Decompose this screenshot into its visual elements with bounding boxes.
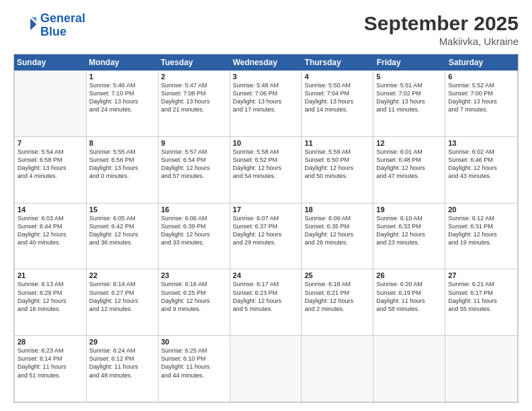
day-number: 4 bbox=[304, 73, 370, 81]
cell-line: Sunrise: 5:54 AM bbox=[17, 148, 83, 156]
day-number: 24 bbox=[233, 271, 299, 279]
cell-line: and 33 minutes. bbox=[161, 238, 227, 246]
cell-line: Sunrise: 6:06 AM bbox=[161, 214, 227, 222]
header-day-saturday: Saturday bbox=[446, 54, 518, 71]
day-cell-2: 2Sunrise: 5:47 AMSunset: 7:08 PMDaylight… bbox=[159, 71, 230, 136]
cell-line: Sunset: 6:21 PM bbox=[304, 289, 370, 297]
cell-line: Sunrise: 5:46 AM bbox=[89, 81, 155, 89]
cell-line: Sunset: 6:33 PM bbox=[376, 222, 442, 230]
cell-line: Daylight: 12 hours bbox=[161, 164, 227, 172]
cell-line: and 21 minutes. bbox=[161, 105, 227, 113]
day-number: 9 bbox=[161, 139, 227, 147]
empty-cell bbox=[373, 336, 445, 402]
cell-line: and 58 minutes. bbox=[376, 305, 442, 313]
day-cell-16: 16Sunrise: 6:06 AMSunset: 6:39 PMDayligh… bbox=[159, 203, 230, 269]
cell-line: Sunset: 6:39 PM bbox=[161, 222, 227, 230]
day-number: 1 bbox=[89, 73, 155, 81]
day-number: 23 bbox=[161, 271, 227, 279]
cell-line: Sunset: 6:19 PM bbox=[376, 289, 442, 297]
day-cell-17: 17Sunrise: 6:07 AMSunset: 6:37 PMDayligh… bbox=[230, 203, 302, 269]
calendar-row-4: 28Sunrise: 6:23 AMSunset: 6:14 PMDayligh… bbox=[15, 336, 517, 402]
logo-text: General Blue bbox=[40, 12, 85, 39]
cell-line: Sunrise: 6:10 AM bbox=[376, 214, 442, 222]
cell-line: Sunrise: 6:23 AM bbox=[17, 347, 83, 355]
cell-line: and 12 minutes. bbox=[89, 305, 155, 313]
day-number: 18 bbox=[304, 205, 370, 214]
day-number: 17 bbox=[233, 205, 299, 214]
cell-line: and 36 minutes. bbox=[89, 238, 155, 246]
cell-line: Sunset: 7:10 PM bbox=[89, 89, 155, 97]
cell-line: and 26 minutes. bbox=[304, 238, 370, 246]
cell-line: and 55 minutes. bbox=[448, 305, 515, 313]
cell-line: Sunrise: 5:55 AM bbox=[89, 148, 155, 156]
cell-line: and 7 minutes. bbox=[448, 105, 515, 113]
page: General Blue September 2025 Makiivka, Uk… bbox=[0, 0, 532, 411]
cell-line: Daylight: 12 hours bbox=[304, 230, 370, 238]
day-cell-12: 12Sunrise: 6:01 AMSunset: 6:48 PMDayligh… bbox=[373, 137, 445, 203]
cell-line: and 23 minutes. bbox=[376, 238, 442, 246]
cell-line: Daylight: 12 hours bbox=[17, 297, 83, 305]
cell-line: Daylight: 13 hours bbox=[233, 97, 299, 105]
calendar-row-2: 14Sunrise: 6:03 AMSunset: 6:44 PMDayligh… bbox=[15, 203, 517, 270]
cell-line: Sunrise: 5:51 AM bbox=[376, 81, 442, 89]
cell-line: Daylight: 12 hours bbox=[161, 297, 227, 305]
cell-line: Sunrise: 6:16 AM bbox=[161, 280, 227, 288]
cell-line: Daylight: 12 hours bbox=[376, 164, 442, 172]
cell-line: Sunset: 7:00 PM bbox=[448, 89, 515, 97]
cell-line: and 2 minutes. bbox=[304, 305, 370, 313]
empty-cell bbox=[302, 336, 373, 402]
cell-line: Sunset: 6:35 PM bbox=[304, 222, 370, 230]
cell-line: Sunset: 6:12 PM bbox=[89, 355, 155, 363]
cell-line: Sunrise: 6:17 AM bbox=[233, 280, 299, 288]
month-title: September 2025 bbox=[364, 12, 519, 34]
calendar-row-0: 1Sunrise: 5:46 AMSunset: 7:10 PMDaylight… bbox=[15, 71, 517, 137]
cell-line: Sunrise: 6:13 AM bbox=[17, 280, 83, 288]
cell-line: Daylight: 11 hours bbox=[161, 363, 227, 371]
cell-line: Sunrise: 6:20 AM bbox=[376, 280, 442, 288]
day-number: 14 bbox=[17, 205, 83, 214]
cell-line: Daylight: 13 hours bbox=[17, 164, 83, 172]
cell-line: and 51 minutes. bbox=[17, 371, 83, 379]
header-day-friday: Friday bbox=[374, 54, 446, 71]
cell-line: Daylight: 12 hours bbox=[233, 164, 299, 172]
day-number: 21 bbox=[17, 271, 83, 279]
empty-cell bbox=[15, 71, 87, 136]
cell-line: and 9 minutes. bbox=[161, 305, 227, 313]
day-cell-1: 1Sunrise: 5:46 AMSunset: 7:10 PMDaylight… bbox=[87, 71, 159, 136]
day-number: 12 bbox=[376, 139, 442, 147]
cell-line: Daylight: 13 hours bbox=[448, 97, 515, 105]
cell-line: Daylight: 12 hours bbox=[304, 164, 370, 172]
cell-line: Daylight: 12 hours bbox=[233, 230, 299, 238]
day-cell-15: 15Sunrise: 6:05 AMSunset: 6:42 PMDayligh… bbox=[87, 203, 159, 269]
cell-line: Daylight: 12 hours bbox=[448, 164, 515, 172]
day-number: 28 bbox=[17, 338, 83, 346]
cell-line: Sunset: 6:46 PM bbox=[448, 156, 515, 164]
calendar-body: 1Sunrise: 5:46 AMSunset: 7:10 PMDaylight… bbox=[14, 71, 518, 402]
empty-cell bbox=[230, 336, 302, 402]
cell-line: Sunrise: 6:14 AM bbox=[89, 280, 155, 288]
cell-line: Sunrise: 6:07 AM bbox=[233, 214, 299, 222]
title-block: September 2025 Makiivka, Ukraine bbox=[364, 12, 519, 47]
day-cell-4: 4Sunrise: 5:50 AMSunset: 7:04 PMDaylight… bbox=[302, 71, 373, 136]
cell-line: Sunset: 6:17 PM bbox=[448, 289, 515, 297]
day-number: 16 bbox=[161, 205, 227, 214]
cell-line: and 50 minutes. bbox=[304, 172, 370, 180]
cell-line: Sunset: 7:08 PM bbox=[161, 89, 227, 97]
cell-line: and 57 minutes. bbox=[161, 172, 227, 180]
cell-line: Sunset: 6:56 PM bbox=[89, 156, 155, 164]
day-number: 26 bbox=[376, 271, 442, 279]
cell-line: Daylight: 12 hours bbox=[89, 297, 155, 305]
cell-line: and 11 minutes. bbox=[376, 105, 442, 113]
calendar-header: SundayMondayTuesdayWednesdayThursdayFrid… bbox=[14, 54, 518, 71]
cell-line: Sunset: 6:27 PM bbox=[89, 289, 155, 297]
cell-line: Daylight: 13 hours bbox=[89, 97, 155, 105]
day-cell-29: 29Sunrise: 6:24 AMSunset: 6:12 PMDayligh… bbox=[87, 336, 159, 402]
day-cell-30: 30Sunrise: 6:25 AMSunset: 6:10 PMDayligh… bbox=[159, 336, 230, 402]
cell-line: Daylight: 12 hours bbox=[448, 230, 515, 238]
day-number: 25 bbox=[304, 271, 370, 279]
cell-line: Sunset: 6:54 PM bbox=[161, 156, 227, 164]
header-day-tuesday: Tuesday bbox=[158, 54, 230, 71]
cell-line: Daylight: 12 hours bbox=[233, 297, 299, 305]
cell-line: and 24 minutes. bbox=[89, 105, 155, 113]
day-number: 5 bbox=[376, 73, 442, 81]
